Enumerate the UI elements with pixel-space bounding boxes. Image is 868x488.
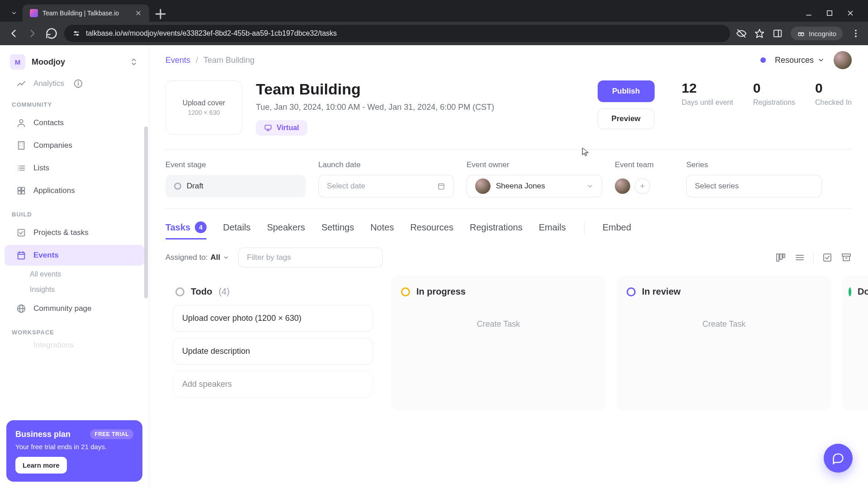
sidebar-label: Events bbox=[33, 251, 59, 260]
stage-select[interactable]: Draft bbox=[165, 175, 306, 197]
breadcrumb-current: Team Building bbox=[203, 56, 255, 65]
preview-button[interactable]: Preview bbox=[598, 108, 655, 129]
sidebar-item-projects[interactable]: Projects & tasks bbox=[5, 222, 144, 243]
series-placeholder: Select series bbox=[695, 182, 739, 191]
chat-fab-button[interactable] bbox=[824, 444, 853, 473]
stat-label: Registrations bbox=[753, 99, 795, 107]
tag-filter-input[interactable]: Filter by tags bbox=[238, 248, 383, 267]
sidebar-item-community-page[interactable]: Community page bbox=[5, 298, 144, 319]
tab-tasks[interactable]: Tasks4 bbox=[165, 219, 207, 239]
view-archive-icon[interactable] bbox=[841, 252, 852, 263]
svg-marker-13 bbox=[755, 29, 764, 38]
sidebar-subitem-insights[interactable]: Insights bbox=[0, 282, 149, 297]
virtual-chip[interactable]: Virtual bbox=[256, 120, 307, 136]
tab-speakers[interactable]: Speakers bbox=[267, 220, 305, 238]
breadcrumb-root[interactable]: Events bbox=[165, 56, 190, 65]
tab-registrations[interactable]: Registrations bbox=[470, 220, 523, 238]
incognito-chip[interactable]: Incognito bbox=[791, 27, 843, 40]
sidebar-item-contacts[interactable]: Contacts bbox=[5, 113, 144, 133]
nav-back-icon[interactable] bbox=[7, 27, 20, 40]
tab-embed[interactable]: Embed bbox=[603, 220, 631, 238]
launch-date-input[interactable]: Select date bbox=[318, 175, 454, 197]
calendar-icon bbox=[16, 250, 26, 260]
tab-close-icon[interactable] bbox=[135, 9, 142, 17]
nav-forward-icon[interactable] bbox=[26, 27, 39, 40]
add-team-member-button[interactable]: + bbox=[635, 178, 650, 194]
window-close-icon[interactable] bbox=[846, 9, 854, 17]
stat-checked-in: 0Checked In bbox=[815, 80, 852, 107]
tab-details[interactable]: Details bbox=[223, 220, 250, 238]
stat-value: 0 bbox=[753, 80, 795, 96]
tab-emails[interactable]: Emails bbox=[539, 220, 566, 238]
sidebar-item-lists[interactable]: Lists bbox=[5, 158, 144, 178]
sidebar-item-integrations[interactable]: Integrations bbox=[5, 340, 144, 353]
svg-rect-37 bbox=[22, 188, 24, 190]
task-card[interactable]: Upload cover photo (1200 × 630) bbox=[173, 305, 373, 332]
browser-menu-icon[interactable] bbox=[851, 28, 861, 38]
address-bar[interactable]: talkbase.io/w/moodjoy/events/e33823ef-8b… bbox=[64, 25, 730, 42]
svg-rect-41 bbox=[18, 253, 25, 259]
sidebar-item-applications[interactable]: Applications bbox=[5, 180, 144, 201]
upload-cover-button[interactable]: Upload cover 1200 × 630 bbox=[165, 80, 242, 135]
task-card[interactable]: Add speakers bbox=[173, 371, 373, 398]
team-member-avatar[interactable] bbox=[615, 178, 630, 194]
sidebar-item-events[interactable]: Events bbox=[5, 245, 144, 266]
tag-filter-placeholder: Filter by tags bbox=[247, 253, 291, 262]
workspace-name: Moodjoy bbox=[32, 57, 123, 67]
owner-value: Sheena Jones bbox=[496, 182, 545, 191]
sidebar-item-analytics[interactable]: Analytics bbox=[5, 79, 144, 91]
sidebar-label: Companies bbox=[33, 141, 72, 150]
resources-menu[interactable]: Resources bbox=[775, 56, 825, 65]
user-avatar[interactable] bbox=[834, 51, 852, 69]
promo-title: Business plan bbox=[15, 430, 71, 439]
site-settings-icon[interactable] bbox=[72, 29, 80, 38]
view-kanban-icon[interactable] bbox=[775, 252, 786, 263]
building-icon bbox=[16, 141, 26, 150]
view-checklist-icon[interactable] bbox=[822, 252, 833, 263]
publish-button[interactable]: Publish bbox=[598, 80, 655, 102]
window-minimize-icon[interactable] bbox=[805, 9, 813, 17]
stage-label: Event stage bbox=[165, 160, 306, 169]
stat-label: Days until event bbox=[682, 99, 733, 107]
sidepanel-icon[interactable] bbox=[773, 28, 783, 38]
new-tab-button[interactable] bbox=[153, 6, 168, 22]
status-ring-icon bbox=[401, 287, 410, 296]
create-task-button[interactable]: Create Task bbox=[617, 305, 831, 343]
svg-rect-5 bbox=[827, 11, 832, 16]
tab-resources[interactable]: Resources bbox=[410, 220, 453, 238]
sidebar-scrollbar[interactable] bbox=[144, 127, 148, 298]
svg-rect-39 bbox=[22, 191, 24, 194]
task-card[interactable]: Update description bbox=[173, 338, 373, 365]
assigned-filter[interactable]: Assigned to: All bbox=[165, 253, 229, 262]
stat-days: 12Days until event bbox=[682, 80, 733, 107]
status-ring-icon bbox=[627, 287, 636, 296]
bookmark-star-icon[interactable] bbox=[755, 28, 764, 38]
window-maximize-icon[interactable] bbox=[826, 9, 834, 17]
tab-settings[interactable]: Settings bbox=[321, 220, 354, 238]
tab-notes[interactable]: Notes bbox=[370, 220, 394, 238]
sidebar-item-companies[interactable]: Companies bbox=[5, 135, 144, 156]
stat-value: 12 bbox=[682, 80, 733, 96]
sidebar-subitem-all-events[interactable]: All events bbox=[0, 267, 149, 282]
promo-badge: FREE TRIAL bbox=[90, 429, 133, 439]
info-icon bbox=[73, 79, 83, 89]
workspace-switcher[interactable]: M Moodjoy bbox=[0, 45, 149, 78]
svg-rect-36 bbox=[18, 188, 21, 190]
kanban-column-todo: Todo (4) Upload cover photo (1200 × 630)… bbox=[165, 276, 380, 410]
tab-search-icon[interactable] bbox=[5, 5, 23, 22]
sidebar-label: Analytics bbox=[33, 79, 64, 88]
list-icon bbox=[16, 163, 26, 173]
browser-tab[interactable]: Team Building | Talkbase.io bbox=[23, 5, 149, 22]
create-task-button[interactable]: Create Task bbox=[391, 305, 606, 343]
monitor-icon bbox=[264, 124, 272, 132]
promo-learn-more-button[interactable]: Learn more bbox=[15, 457, 67, 474]
owner-select[interactable]: Sheena Jones bbox=[467, 175, 602, 197]
chevron-up-down-icon[interactable] bbox=[129, 57, 139, 67]
nav-reload-icon[interactable] bbox=[45, 27, 58, 40]
series-select[interactable]: Select series bbox=[686, 175, 822, 197]
eye-off-icon[interactable] bbox=[736, 28, 746, 38]
resources-label: Resources bbox=[775, 56, 814, 65]
view-list-icon[interactable] bbox=[794, 252, 805, 263]
cover-line1: Upload cover bbox=[183, 99, 225, 107]
svg-point-19 bbox=[855, 33, 857, 34]
